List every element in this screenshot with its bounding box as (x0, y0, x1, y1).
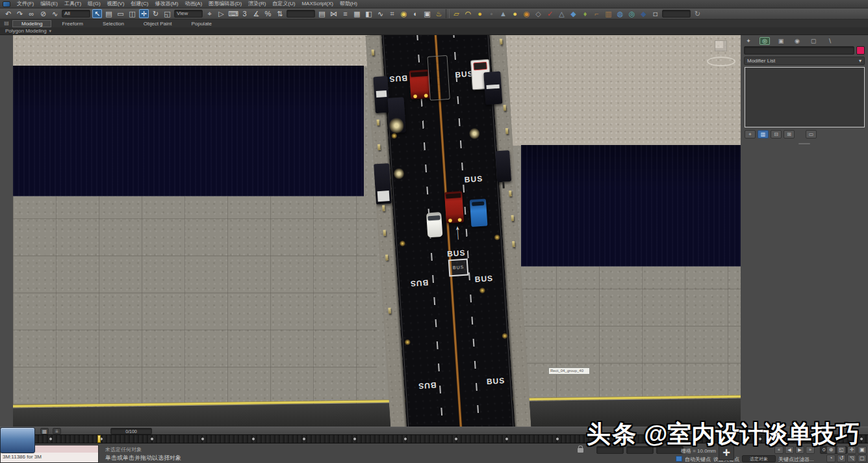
viewport-layout-icon[interactable]: ▢ (858, 455, 867, 462)
viewcube[interactable] (706, 40, 737, 68)
script-globe2-icon[interactable]: ◎ (627, 9, 637, 18)
vehicle-truck-white-back[interactable] (374, 163, 392, 204)
named-selection-sets-field[interactable] (287, 10, 315, 18)
percent-snap-icon[interactable]: % (263, 9, 273, 18)
menu-rendering[interactable]: 渲染(R) (248, 0, 266, 8)
script-drop-icon[interactable]: ◆ (568, 9, 578, 18)
menu-customize[interactable]: 自定义(U) (272, 0, 295, 8)
track-list-icon[interactable]: ≡ (53, 428, 61, 434)
maximize-viewport-icon[interactable]: ◹ (847, 455, 856, 462)
menu-animation[interactable]: 动画(A) (185, 0, 202, 8)
selection-filter-dropdown[interactable]: All (62, 10, 90, 18)
script-globe-icon[interactable]: ◍ (615, 9, 625, 18)
building-roof-right[interactable] (521, 145, 741, 267)
script-crate-icon[interactable]: ▥ (604, 9, 613, 18)
tab-modify[interactable]: ◎ (760, 37, 770, 45)
link-icon[interactable]: ∞ (27, 9, 36, 18)
menu-graph-editors[interactable]: 图形编辑器(D) (209, 0, 242, 8)
vehicle-red-bus-mid[interactable] (444, 191, 464, 224)
select-manipulate-icon[interactable]: ▷ (216, 9, 226, 18)
angle-snap-icon[interactable]: ∡ (251, 9, 261, 18)
script-dot-icon[interactable]: ◦ (487, 9, 496, 18)
road-corridor[interactable]: BUS BUS BUS ↑ BUS BUS BUS BUS BUS BUS (365, 35, 531, 427)
curve-editor-icon[interactable]: ∿ (376, 9, 385, 18)
redo-icon[interactable]: ↷ (15, 9, 25, 18)
edit-named-sets-icon[interactable]: ▤ (317, 9, 327, 18)
vehicle-dark-van-left[interactable] (373, 76, 390, 113)
selection-lock-icon[interactable] (578, 448, 583, 453)
rollout-splitter[interactable] (798, 143, 810, 144)
graphite-toggle-icon[interactable]: ◧ (364, 9, 374, 18)
script-gem-icon[interactable]: ◆ (639, 9, 648, 18)
tab-motion[interactable]: ◉ (792, 37, 802, 45)
script-mountain-icon[interactable]: ▲ (498, 9, 508, 18)
keyboard-override-icon[interactable]: ⌨ (228, 9, 238, 18)
mirror-icon[interactable]: ⋈ (329, 9, 338, 18)
tab-hierarchy[interactable]: ▣ (776, 37, 786, 45)
script-loop-icon[interactable]: ↻ (693, 9, 702, 18)
menu-group[interactable]: 组(G) (88, 0, 101, 8)
vehicle-blue-car[interactable] (470, 199, 488, 228)
ribbon-tab-populate[interactable]: Populate (182, 20, 221, 27)
auto-key-button[interactable]: 自动关键点 (685, 456, 711, 463)
snap-3d-icon[interactable]: 3 (240, 9, 249, 18)
script-bud-icon[interactable]: ♦ (580, 9, 590, 18)
vehicle-dark-truck-right[interactable] (483, 72, 502, 105)
script-diamond-icon[interactable]: ◇ (533, 9, 543, 18)
vehicle-white-car[interactable] (426, 212, 442, 237)
menu-views[interactable]: 视图(V) (107, 0, 125, 8)
ribbon-tab-modeling[interactable]: Modeling (12, 20, 51, 27)
script-triangle-icon[interactable]: △ (557, 9, 567, 18)
configure-modifier-sets-button[interactable]: ▭ (806, 130, 817, 139)
unlink-icon[interactable]: ⊘ (38, 9, 48, 18)
undo-icon[interactable]: ↶ (3, 9, 13, 18)
window-crossing-icon[interactable]: ◫ (127, 9, 137, 18)
render-production-icon[interactable]: ♨ (434, 9, 444, 18)
script-dome-icon[interactable]: ◠ (463, 9, 473, 18)
align-icon[interactable]: ≡ (340, 9, 350, 18)
ribbon-tab-freeform[interactable]: Freeform (53, 20, 92, 27)
mini-curve-editor-button[interactable] (0, 427, 35, 453)
script-lock-icon[interactable]: ◘ (650, 9, 660, 18)
make-unique-button[interactable]: ⊟ (771, 130, 782, 139)
menu-modifiers[interactable]: 修改器(M) (155, 0, 178, 8)
tab-create[interactable]: ✦ (743, 37, 754, 45)
perspective-viewport[interactable]: BUS BUS BUS ↑ BUS BUS BUS BUS BUS BUS (13, 35, 741, 427)
script-field[interactable] (662, 10, 691, 18)
selection-region-icon[interactable]: ▭ (116, 9, 125, 18)
time-slider-handle[interactable] (97, 435, 101, 443)
render-setup-icon[interactable]: ◐ (411, 9, 420, 18)
remove-modifier-button[interactable]: ⊞ (784, 130, 795, 139)
vehicle-red-bus-top[interactable] (409, 70, 431, 99)
menu-edit[interactable]: 编辑(E) (40, 0, 58, 8)
dumpster-right-sidewalk[interactable] (495, 150, 511, 182)
building-roof-left[interactable] (13, 66, 364, 196)
menu-file[interactable]: 文件(F) (17, 0, 34, 8)
menu-tools[interactable]: 工具(T) (64, 0, 81, 8)
script-orange-icon[interactable]: ◉ (522, 9, 531, 18)
time-slider-readout[interactable]: 0/100 (110, 428, 152, 434)
script-hammer-icon[interactable]: ⌐ (592, 9, 602, 18)
script-sun-icon[interactable]: ● (510, 9, 520, 18)
select-move-icon[interactable]: ✛ (139, 9, 149, 18)
menu-maxscript[interactable]: MAXScript(X) (301, 0, 333, 8)
select-rotate-icon[interactable]: ↻ (151, 9, 160, 18)
modifier-list-dropdown[interactable]: Modifier List ▾ (744, 57, 865, 65)
object-name-field[interactable] (744, 46, 854, 55)
selection-set-dropdown[interactable]: 选定对象 (742, 455, 776, 462)
app-logo-icon[interactable] (3, 1, 10, 7)
select-by-name-icon[interactable]: ▤ (104, 9, 114, 18)
default-in-out-tangent-icon[interactable] (676, 456, 682, 462)
orbit-tool-icon[interactable]: ↺ (837, 455, 846, 462)
material-editor-icon[interactable]: ◉ (399, 9, 409, 18)
menu-create[interactable]: 创建(C) (131, 0, 148, 8)
reference-coordinate-dropdown[interactable]: View (174, 10, 203, 18)
polygon-modeling-panel[interactable]: Polygon Modeling (5, 28, 47, 34)
bind-spacewarp-icon[interactable]: ∿ (50, 9, 60, 18)
track-grid-icon[interactable]: ▦ (40, 428, 49, 434)
modifier-stack-list[interactable] (745, 67, 865, 127)
maxscript-listener-line[interactable]: 3M:11386 for 3M (1, 453, 98, 462)
key-filters-button[interactable]: 关键点过滤器... (778, 456, 814, 463)
select-scale-icon[interactable]: ◱ (162, 9, 172, 18)
layer-manager-icon[interactable]: ▦ (352, 9, 362, 18)
